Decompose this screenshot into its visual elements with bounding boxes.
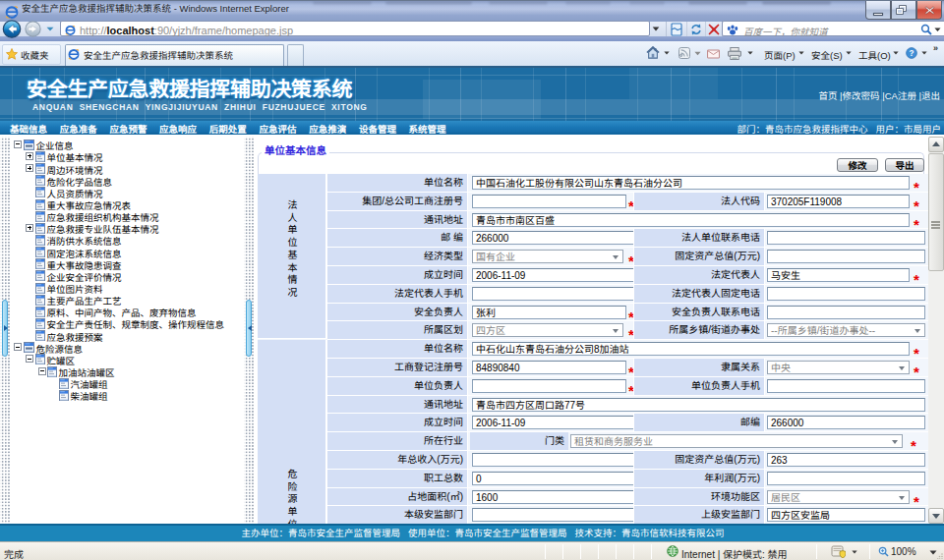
svg-text:?: ? [910,49,914,58]
